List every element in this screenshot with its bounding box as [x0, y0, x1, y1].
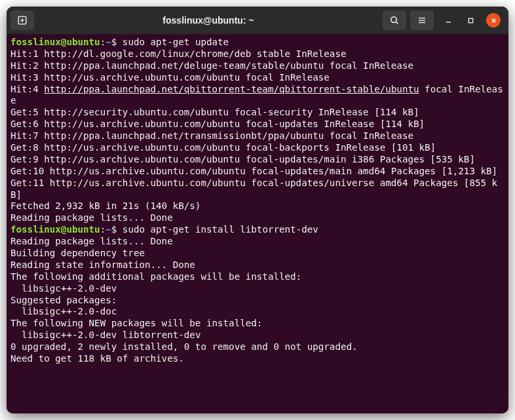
menu-button[interactable] [410, 10, 434, 30]
output-line-prefix: Hit:4 [10, 84, 44, 94]
output-line: Get:9 http://us.archive.ubuntu.com/ubunt… [10, 154, 475, 164]
maximize-button[interactable] [464, 14, 477, 27]
prompt-sep: : [100, 37, 106, 47]
svg-line-4 [396, 22, 398, 24]
terminal-body[interactable]: fosslinux@ubuntu:~$ sudo apt-get update … [7, 34, 508, 413]
prompt-path: ~ [105, 37, 111, 47]
new-tab-icon [17, 15, 28, 26]
output-line: Get:6 http://us.archive.ubuntu.com/ubunt… [10, 119, 425, 129]
output-line: Suggested packages: [10, 295, 117, 305]
output-line: libsigc++-2.0-dev libtorrent-dev [10, 330, 200, 340]
terminal-window: fosslinux@ubuntu: ~ fo [7, 7, 508, 413]
output-line: Hit:1 http://dl.google.com/linux/chrome/… [10, 48, 347, 59]
svg-rect-9 [468, 18, 472, 22]
prompt-path: ~ [105, 224, 111, 235]
search-icon [389, 15, 400, 26]
output-line: libsigc++-2.0-doc [10, 306, 117, 316]
command-1: sudo apt-get update [123, 37, 229, 47]
output-line: Hit:3 http://us.archive.ubuntu.com/ubunt… [10, 72, 330, 83]
output-url: http://ppa.launchpad.net/qbittorrent-tea… [44, 84, 419, 94]
new-tab-button[interactable] [10, 10, 34, 30]
output-line: Get:11 http://us.archive.ubuntu.com/ubun… [10, 178, 497, 200]
minimize-button[interactable] [442, 14, 455, 27]
output-line: Get:10 http://us.archive.ubuntu.com/ubun… [10, 166, 497, 176]
output-line: Get:5 http://security.ubuntu.com/ubuntu … [10, 107, 419, 117]
output-line: The following additional packages will b… [10, 271, 301, 282]
window-title: fosslinux@ubuntu: ~ [38, 15, 379, 26]
output-line: Reading state information... Done [10, 259, 195, 270]
prompt-marker: $ [111, 37, 117, 47]
output-line: Need to get 118 kB of archives. [10, 353, 184, 364]
prompt-user-host: fosslinux@ubuntu [10, 224, 100, 235]
output-line: Building dependency tree [10, 248, 145, 258]
output-line: 0 upgraded, 2 newly installed, 0 to remo… [10, 341, 358, 352]
output-line: Hit:7 http://ppa.launchpad.net/transmiss… [10, 130, 413, 141]
prompt-marker: $ [111, 224, 117, 235]
output-line: Get:8 http://us.archive.ubuntu.com/ubunt… [10, 142, 436, 153]
output-line: The following NEW packages will be insta… [10, 318, 262, 328]
titlebar: fosslinux@ubuntu: ~ [7, 7, 508, 34]
close-icon [490, 17, 497, 24]
output-line: Reading package lists... Done [10, 236, 173, 246]
output-line: Hit:2 http://ppa.launchpad.net/deluge-te… [10, 60, 413, 71]
close-button[interactable] [486, 13, 501, 28]
command-2: sudo apt-get install libtorrent-dev [123, 224, 318, 235]
output-line: Fetched 2,932 kB in 21s (140 kB/s) [10, 200, 200, 211]
hamburger-icon [417, 15, 427, 26]
output-line: Reading package lists... Done [10, 212, 173, 223]
maximize-icon [467, 17, 474, 24]
prompt-sep: : [100, 224, 106, 235]
search-button[interactable] [383, 10, 406, 30]
minimize-icon [445, 17, 452, 24]
output-line: libsigc++-2.0-dev [10, 283, 117, 294]
prompt-user-host: fosslinux@ubuntu [10, 37, 100, 47]
svg-point-3 [391, 17, 397, 23]
